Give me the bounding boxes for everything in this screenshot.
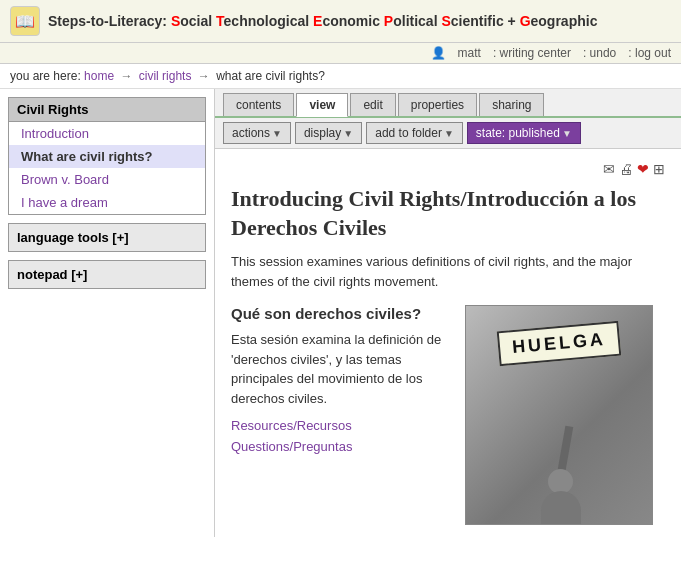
log-out-link[interactable]: : log out: [628, 46, 671, 60]
sidebar-item-brown-board[interactable]: Brown v. Board: [9, 168, 205, 191]
email-icon[interactable]: ✉: [603, 161, 615, 177]
article-text-col: Qué son derechos civiles? Esta sesión ex…: [231, 305, 451, 525]
sidebar-nav-section: Civil Rights Introduction What are civil…: [8, 97, 206, 215]
article-image-col: HUELGA: [465, 305, 665, 525]
tab-edit[interactable]: edit: [350, 93, 395, 116]
resources-link[interactable]: Resources/Recursos: [231, 418, 451, 433]
sidebar: Civil Rights Introduction What are civil…: [0, 89, 215, 537]
huelga-sign: HUELGA: [497, 321, 622, 366]
state-dropdown-arrow: ▼: [562, 128, 572, 139]
article-links: Resources/Recursos Questions/Preguntas: [231, 418, 451, 454]
person-body: [541, 491, 581, 525]
user-name-link[interactable]: matt: [458, 46, 481, 60]
tab-sharing[interactable]: sharing: [479, 93, 544, 116]
logo: 📖: [10, 6, 40, 36]
sidebar-section-title: Civil Rights: [9, 98, 205, 122]
tab-contents[interactable]: contents: [223, 93, 294, 116]
notepad-widget[interactable]: notepad [+]: [8, 260, 206, 289]
favorite-icon[interactable]: ❤: [637, 161, 649, 177]
breadcrumb: you are here: home → civil rights → what…: [0, 64, 681, 89]
tab-properties[interactable]: properties: [398, 93, 477, 116]
actions-button[interactable]: actions ▼: [223, 122, 291, 144]
writing-center-link[interactable]: : writing center: [493, 46, 571, 60]
add-to-folder-button[interactable]: add to folder ▼: [366, 122, 463, 144]
actions-dropdown-arrow: ▼: [272, 128, 282, 139]
breadcrumb-home[interactable]: home: [84, 69, 114, 83]
state-button[interactable]: state: published ▼: [467, 122, 581, 144]
tab-bar: contents view edit properties sharing: [215, 89, 681, 118]
sidebar-item-what-are-civil-rights[interactable]: What are civil rights?: [9, 145, 205, 168]
expand-icon[interactable]: ⊞: [653, 161, 665, 177]
article-title: Introducing Civil Rights/Introducción a …: [231, 185, 665, 242]
user-icon: 👤: [431, 46, 446, 60]
content-area: Civil Rights Introduction What are civil…: [0, 89, 681, 537]
article: ✉ 🖨 ❤ ⊞ Introducing Civil Rights/Introdu…: [215, 149, 681, 537]
action-bar: actions ▼ display ▼ add to folder ▼ stat…: [215, 118, 681, 149]
breadcrumb-current: what are civil rights?: [216, 69, 325, 83]
article-intro: This session examines various definition…: [231, 252, 665, 291]
sidebar-item-i-have-a-dream[interactable]: I have a dream: [9, 191, 205, 214]
display-dropdown-arrow: ▼: [343, 128, 353, 139]
main-content: contents view edit properties sharing ac…: [215, 89, 681, 537]
add-to-folder-dropdown-arrow: ▼: [444, 128, 454, 139]
article-body-text: Esta sesión examina la definición de 'de…: [231, 330, 451, 408]
print-icon[interactable]: 🖨: [619, 161, 633, 177]
site-title: Steps-to-Literacy: Social Technological …: [48, 13, 597, 29]
breadcrumb-civil-rights[interactable]: civil rights: [139, 69, 192, 83]
notepad-label: notepad [+]: [17, 267, 87, 282]
undo-link[interactable]: : undo: [583, 46, 616, 60]
breadcrumb-label: you are here:: [10, 69, 81, 83]
language-tools-label: language tools [+]: [17, 230, 129, 245]
language-tools-widget[interactable]: language tools [+]: [8, 223, 206, 252]
display-button[interactable]: display ▼: [295, 122, 362, 144]
article-icon-row: ✉ 🖨 ❤ ⊞: [231, 161, 665, 177]
article-body: Qué son derechos civiles? Esta sesión ex…: [231, 305, 665, 525]
questions-link[interactable]: Questions/Preguntas: [231, 439, 451, 454]
huelga-image: HUELGA: [465, 305, 653, 525]
article-subtitle: Qué son derechos civiles?: [231, 305, 451, 322]
tab-view[interactable]: view: [296, 93, 348, 117]
user-nav: 👤matt : writing center : undo : log out: [0, 43, 681, 64]
page-header: 📖 Steps-to-Literacy: Social Technologica…: [0, 0, 681, 43]
sidebar-item-introduction[interactable]: Introduction: [9, 122, 205, 145]
